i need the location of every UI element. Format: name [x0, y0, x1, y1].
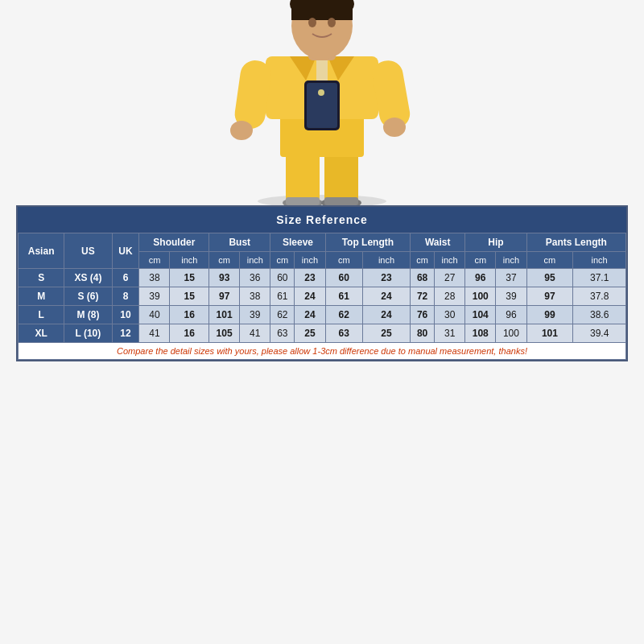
table-cell: 38	[139, 269, 170, 287]
table-cell: 80	[411, 324, 435, 343]
table-cell: 16	[170, 324, 209, 343]
unit-top-length-cm: cm	[325, 252, 362, 269]
table-cell: 104	[465, 306, 496, 324]
table-cell: 76	[411, 306, 435, 324]
table-cell: 99	[526, 306, 573, 324]
table-cell: 60	[325, 269, 362, 287]
col-header-asian: Asian	[19, 233, 64, 269]
unit-shoulder-inch: inch	[170, 252, 209, 269]
table-cell: 62	[270, 306, 295, 324]
table-cell: 63	[270, 324, 295, 343]
col-header-hip: Hip	[465, 233, 526, 252]
table-cell: 62	[325, 306, 362, 324]
unit-pants-length-inch: inch	[573, 252, 626, 269]
table-cell: 108	[465, 324, 496, 343]
col-header-bust: Bust	[209, 233, 270, 252]
unit-hip-inch: inch	[496, 252, 526, 269]
table-cell: XL	[19, 324, 64, 343]
table-cell: 15	[170, 269, 209, 287]
table-cell: 41	[139, 324, 170, 343]
col-header-waist: Waist	[411, 233, 465, 252]
table-cell: 39	[496, 287, 526, 306]
table-cell: 63	[325, 324, 362, 343]
table-cell: 95	[526, 269, 573, 287]
table-cell: 25	[295, 324, 325, 343]
table-cell: 36	[240, 269, 270, 287]
table-cell: 72	[411, 287, 435, 306]
table-cell: M	[19, 287, 64, 306]
table-cell: 16	[170, 306, 209, 324]
table-cell: 96	[496, 306, 526, 324]
table-cell: 12	[112, 324, 139, 343]
table-cell: 24	[362, 287, 410, 306]
size-table-container: Size Reference Asian US UK Shoulder Bust…	[16, 205, 628, 361]
unit-bust-cm: cm	[209, 252, 240, 269]
svg-rect-7	[324, 197, 358, 205]
table-section: Size Reference Asian US UK Shoulder Bust…	[0, 205, 644, 361]
unit-pants-length-cm: cm	[526, 252, 573, 269]
svg-point-17	[383, 118, 406, 137]
table-cell: 37.8	[573, 287, 626, 306]
table-cell: 60	[270, 269, 295, 287]
col-header-us: US	[64, 233, 112, 269]
table-cell: 24	[295, 287, 325, 306]
table-cell: 30	[435, 306, 465, 324]
table-cell: 39	[240, 306, 270, 324]
table-cell: 100	[496, 324, 526, 343]
table-cell: 101	[526, 324, 573, 343]
unit-shoulder-cm: cm	[139, 252, 170, 269]
table-cell: 28	[435, 287, 465, 306]
table-cell: 41	[240, 324, 270, 343]
table-row: XLL (10)12411610541632563258031108100101…	[19, 324, 626, 343]
svg-point-26	[328, 18, 336, 27]
unit-sleeve-inch: inch	[295, 252, 325, 269]
svg-rect-6	[286, 197, 320, 205]
size-reference-table: Asian US UK Shoulder Bust Sleeve Top Len…	[18, 233, 626, 360]
table-cell: 38	[240, 287, 270, 306]
header-row-categories: Asian US UK Shoulder Bust Sleeve Top Len…	[19, 233, 626, 252]
col-header-sleeve: Sleeve	[270, 233, 325, 252]
table-cell: 23	[295, 269, 325, 287]
unit-hip-cm: cm	[465, 252, 496, 269]
table-cell: 37	[496, 269, 526, 287]
table-cell: 15	[170, 287, 209, 306]
table-cell: 31	[435, 324, 465, 343]
table-cell: 23	[362, 269, 410, 287]
table-cell: M (8)	[64, 306, 112, 324]
model-image-section	[0, 0, 644, 205]
unit-waist-inch: inch	[435, 252, 465, 269]
table-row: LM (8)10401610139622462247630104969938.6	[19, 306, 626, 324]
table-cell: 39	[139, 287, 170, 306]
table-cell: 100	[465, 287, 496, 306]
unit-top-length-inch: inch	[362, 252, 410, 269]
svg-point-20	[318, 89, 324, 96]
table-row: SXS (4)63815933660236023682796379537.1	[19, 269, 626, 287]
table-cell: 8	[112, 287, 139, 306]
table-cell: 68	[411, 269, 435, 287]
table-cell: 96	[465, 269, 496, 287]
table-cell: 97	[526, 287, 573, 306]
bottom-padding	[0, 361, 644, 644]
table-cell: L (10)	[64, 324, 112, 343]
table-cell: 61	[325, 287, 362, 306]
col-header-pants-length: Pants Length	[526, 233, 625, 252]
page-wrapper: Size Reference Asian US UK Shoulder Bust…	[0, 0, 644, 644]
table-cell: XS (4)	[64, 269, 112, 287]
table-cell: 37.1	[573, 269, 626, 287]
table-cell: 38.6	[573, 306, 626, 324]
svg-point-15	[230, 121, 253, 140]
table-cell: 25	[362, 324, 410, 343]
svg-rect-24	[291, 4, 353, 20]
table-cell: 24	[362, 306, 410, 324]
col-header-shoulder: Shoulder	[139, 233, 209, 252]
table-row: MS (6)839159738612461247228100399737.8	[19, 287, 626, 306]
svg-point-25	[308, 18, 316, 27]
unit-waist-cm: cm	[411, 252, 435, 269]
table-cell: 10	[112, 306, 139, 324]
col-header-top-length: Top Length	[325, 233, 411, 252]
table-cell: 6	[112, 269, 139, 287]
table-cell: 39.4	[573, 324, 626, 343]
table-cell: 93	[209, 269, 240, 287]
table-cell: L	[19, 306, 64, 324]
note-row: Compare the detail sizes with yours, ple…	[19, 343, 626, 360]
